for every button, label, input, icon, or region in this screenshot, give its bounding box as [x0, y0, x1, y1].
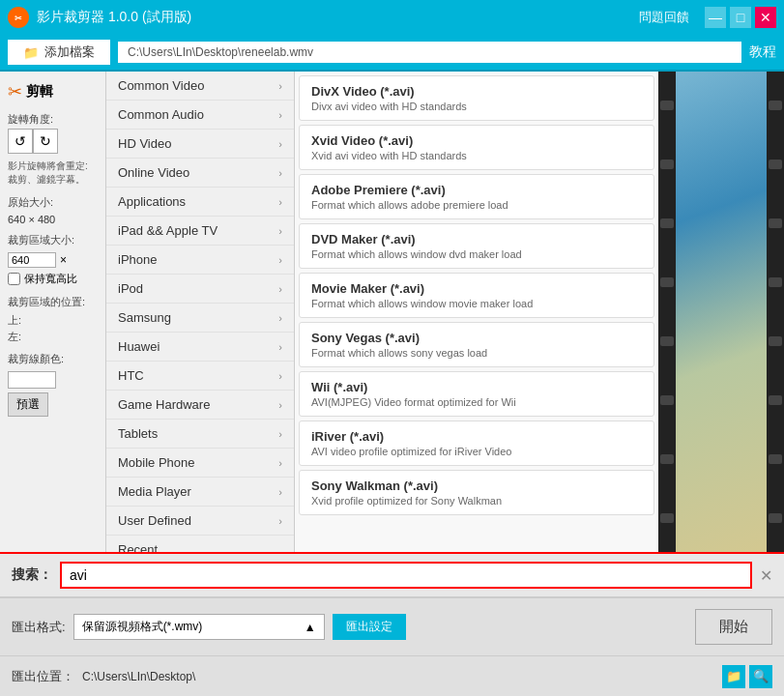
chevron-right-icon: › — [278, 312, 282, 324]
film-hole — [769, 395, 782, 405]
top-label: 上: — [0, 312, 105, 329]
search-clear-icon[interactable]: ✕ — [760, 566, 772, 585]
film-hole — [660, 454, 674, 464]
path-search-button[interactable]: 🔍 — [749, 665, 772, 688]
category-item-common-video[interactable]: Common Video› — [106, 72, 294, 101]
dropdown-arrow-icon: ▲ — [305, 621, 316, 634]
title-bar: ✂ 影片裁剪器 1.0.0 (試用版) 問題回饋 — □ ✕ — [0, 0, 784, 35]
app-title: 影片裁剪器 1.0.0 (試用版) — [37, 9, 639, 26]
category-label: iPhone — [118, 252, 157, 267]
format-item-title: DivX Video (*.avi) — [311, 84, 642, 99]
path-value: C:\Users\LIn\Desktop\ — [82, 670, 714, 683]
color-label: 裁剪線顏色: — [0, 349, 105, 369]
format-item-title: DVD Maker (*.avi) — [311, 232, 642, 246]
category-item-iphone[interactable]: iPhone› — [106, 246, 294, 275]
crop-pos-label: 裁剪區域的位置: — [0, 292, 105, 312]
path-folder-button[interactable]: 📁 — [722, 665, 745, 688]
category-item-game-hardware[interactable]: Game Hardware› — [106, 391, 294, 420]
format-item-title: Adobe Premiere (*.avi) — [311, 183, 642, 197]
category-item-ipod[interactable]: iPod› — [106, 275, 294, 304]
category-label: HD Video — [118, 136, 171, 151]
category-label: User Defined — [118, 513, 191, 528]
film-hole — [769, 101, 782, 110]
svg-text:✂: ✂ — [15, 14, 22, 23]
format-item-title: Sony Vegas (*.avi) — [311, 331, 642, 345]
category-item-ipad-apple-tv[interactable]: iPad && Apple TV› — [106, 217, 294, 246]
feedback-link[interactable]: 問題回饋 — [639, 9, 689, 26]
format-item-sony-walkman[interactable]: Sony Walkman (*.avi)Xvid profile optimiz… — [299, 470, 654, 515]
format-item-desc: Divx avi video with HD standards — [311, 101, 642, 112]
format-item-desc: AVI(MJPEG) Video format optimized for Wi… — [311, 396, 642, 408]
format-item-title: Movie Maker (*.avi) — [311, 281, 642, 296]
category-item-tablets[interactable]: Tablets› — [106, 420, 294, 449]
chevron-right-icon: › — [278, 167, 282, 179]
category-label: Recent — [118, 542, 158, 552]
search-input[interactable] — [60, 562, 752, 589]
film-hole — [769, 454, 782, 464]
category-label: iPod — [118, 281, 143, 296]
category-item-mobile-phone[interactable]: Mobile Phone› — [106, 449, 294, 478]
keep-ratio-checkbox[interactable] — [8, 273, 20, 285]
category-label: HTC — [118, 368, 144, 383]
category-item-hd-video[interactable]: HD Video› — [106, 130, 294, 159]
category-item-online-video[interactable]: Online Video› — [106, 159, 294, 188]
file-path-input[interactable] — [118, 42, 741, 63]
format-selection-area: Common Video›Common Audio›HD Video›Onlin… — [106, 72, 658, 552]
format-item-xvid-avi[interactable]: Xvid Video (*.avi)Xvid avi video with HD… — [299, 125, 654, 170]
size-value: 640 × 480 — [0, 213, 105, 226]
format-item-dvd-maker[interactable]: DVD Maker (*.avi)Format which allows win… — [299, 223, 654, 269]
chevron-right-icon: › — [278, 80, 282, 92]
format-item-title: Wii (*.avi) — [311, 380, 642, 394]
scissors-icon: ✂ — [8, 81, 22, 102]
chevron-right-icon: › — [278, 515, 282, 527]
category-item-media-player[interactable]: Media Player› — [106, 478, 294, 507]
format-item-desc: Format which allows sony vegas load — [311, 347, 642, 359]
format-item-divx-avi[interactable]: DivX Video (*.avi)Divx avi video with HD… — [299, 75, 654, 121]
maximize-button[interactable]: □ — [730, 7, 751, 28]
film-hole — [660, 160, 674, 169]
category-item-htc[interactable]: HTC› — [106, 362, 294, 391]
left-panel: ✂ 剪輯 旋轉角度: ↺ ↻ 影片旋轉將會重定: 裁剪、濾鏡字幕。 原始大小: … — [0, 72, 106, 552]
film-hole — [769, 336, 782, 346]
format-item-movie-maker[interactable]: Movie Maker (*.avi)Format which allows w… — [299, 273, 654, 318]
chevron-right-icon: › — [278, 283, 282, 295]
category-label: Common Video — [118, 78, 204, 93]
format-item-adobe-premiere[interactable]: Adobe Premiere (*.avi)Format which allow… — [299, 174, 654, 219]
film-strip-left — [658, 72, 676, 552]
format-item-iriver[interactable]: iRiver (*.avi)AVI video profile optimize… — [299, 420, 654, 466]
output-format-select[interactable]: 保留源視頻格式(*.wmv) ▲ — [73, 614, 325, 640]
category-item-user-defined[interactable]: User Defined› — [106, 507, 294, 536]
category-item-applications[interactable]: Applications› — [106, 188, 294, 217]
chevron-right-icon: › — [278, 254, 282, 266]
crop-width-input[interactable] — [8, 252, 56, 268]
start-button[interactable]: 開始 — [695, 609, 772, 645]
format-item-wii[interactable]: Wii (*.avi)AVI(MJPEG) Video format optim… — [299, 371, 654, 417]
output-format-label: 匯出格式: — [12, 619, 66, 636]
tutorial-link[interactable]: 教程 — [749, 44, 776, 61]
search-bar: 搜索： ✕ — [0, 552, 784, 597]
category-item-common-audio[interactable]: Common Audio› — [106, 101, 294, 130]
add-file-button[interactable]: 📁 添加檔案 — [8, 40, 110, 65]
rotate-right-button[interactable]: ↻ — [33, 129, 58, 154]
app-icon: ✂ — [8, 7, 29, 28]
category-label: Common Audio — [118, 107, 204, 122]
output-settings-button[interactable]: 匯出設定 — [333, 614, 406, 640]
output-format-value: 保留源視頻格式(*.wmv) — [82, 619, 203, 635]
category-item-samsung[interactable]: Samsung› — [106, 304, 294, 333]
preview-panel — [658, 72, 784, 552]
preset-button[interactable]: 預選 — [8, 392, 48, 417]
rotate-left-button[interactable]: ↺ — [8, 129, 33, 154]
category-item-huawei[interactable]: Huawei› — [106, 333, 294, 362]
toolbar: 📁 添加檔案 教程 — [0, 35, 784, 72]
minimize-button[interactable]: — — [705, 7, 726, 28]
close-button[interactable]: ✕ — [755, 7, 776, 28]
category-label: Applications — [118, 194, 186, 209]
left-label: 左: — [0, 329, 105, 345]
rotate-notice: 影片旋轉將會重定: 裁剪、濾鏡字幕。 — [0, 158, 105, 188]
color-picker[interactable] — [8, 371, 56, 389]
category-label: Mobile Phone — [118, 455, 195, 470]
format-item-sony-vegas[interactable]: Sony Vegas (*.avi)Format which allows so… — [299, 322, 654, 367]
category-item-recent[interactable]: Recent — [106, 536, 294, 552]
path-icons: 📁 🔍 — [722, 665, 772, 688]
category-label: Tablets — [118, 426, 158, 441]
